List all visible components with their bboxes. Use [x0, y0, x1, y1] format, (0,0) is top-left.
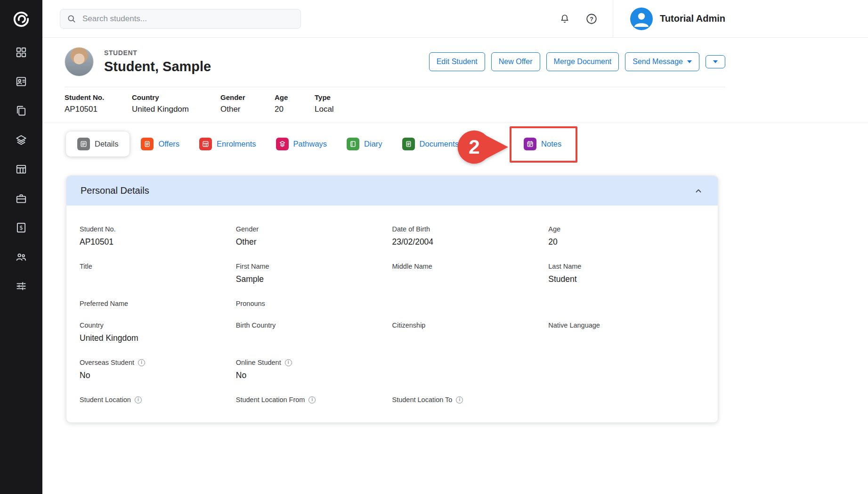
student-meta: Student No. AP10501 Country United Kingd… [65, 87, 725, 123]
student-header: STUDENT Student, Sample Edit Student New… [42, 38, 868, 123]
student-kicker: STUDENT [104, 49, 211, 57]
info-icon[interactable]: i [456, 396, 463, 403]
student-photo [65, 47, 94, 76]
people-icon [15, 251, 27, 263]
tab-diary[interactable]: Diary [347, 138, 382, 150]
field-first-name: First Name Sample [236, 263, 392, 286]
field-student-location: Student Location i [80, 396, 236, 403]
sidebar-item-timetable[interactable] [0, 155, 42, 184]
tab-notes[interactable]: Notes [524, 138, 561, 150]
send-message-button[interactable]: Send Message [625, 52, 699, 71]
field-preferred-name: Preferred Name [80, 300, 236, 307]
personal-details-card: Personal Details Student No. AP10501 [66, 175, 718, 423]
collapse-button[interactable] [693, 186, 704, 196]
table-icon [15, 163, 27, 175]
field-birth-country: Birth Country [236, 321, 392, 329]
account-avatar-icon [630, 8, 653, 30]
copy-documents-icon [15, 105, 27, 117]
field-row: Preferred Name Pronouns [80, 300, 705, 307]
new-offer-button[interactable]: New Offer [491, 52, 540, 71]
tab-documents[interactable]: Documents [402, 138, 459, 150]
field-row: Overseas Student i No Online Student i N… [80, 359, 705, 382]
notifications-button[interactable] [559, 13, 570, 25]
tab-pathways[interactable]: Pathways [276, 138, 327, 150]
sidebar-item-students[interactable] [0, 67, 42, 96]
student-name: Student, Sample [104, 59, 211, 74]
svg-text:?: ? [590, 16, 593, 22]
sidebar-item-invoices[interactable]: $ [0, 213, 42, 242]
student-title-block: STUDENT Student, Sample [104, 49, 211, 74]
field-last-name: Last Name Student [548, 263, 705, 286]
topbar-divider [613, 0, 613, 37]
app-logo[interactable] [0, 0, 42, 38]
meta-country: Country United Kingdom [132, 93, 220, 114]
meta-age: Age 20 [275, 93, 315, 114]
info-icon[interactable]: i [285, 359, 292, 366]
help-button[interactable]: ? [585, 13, 598, 25]
field-middle-name: Middle Name [392, 263, 549, 270]
sliders-icon [15, 280, 27, 292]
step-number: 2 [469, 135, 480, 158]
field-native-language: Native Language [548, 321, 705, 329]
field-student-location-to: Student Location To i [392, 396, 549, 403]
notes-icon [524, 138, 536, 150]
field-row: Title First Name Sample Middle Name [80, 263, 705, 286]
field-row: Student No. AP10501 Gender Other Date of… [80, 225, 705, 248]
field-title: Title [80, 263, 236, 270]
personal-details-header[interactable]: Personal Details [66, 176, 718, 206]
field-student-no: Student No. AP10501 [80, 225, 236, 248]
field-gender: Gender Other [236, 225, 392, 248]
chevron-down-icon [713, 60, 718, 63]
personal-details-body: Student No. AP10501 Gender Other Date of… [66, 206, 718, 422]
account-name: Tutorial Admin [660, 13, 725, 24]
topbar-right: ? Tutorial Admin [544, 0, 725, 37]
field-citizenship: Citizenship [392, 321, 549, 329]
meta-student-no: Student No. AP10501 [65, 93, 132, 114]
chevron-down-icon [687, 60, 692, 63]
briefcase-icon [15, 192, 27, 205]
search-input[interactable] [81, 14, 294, 24]
search-icon [67, 14, 76, 24]
offers-icon [141, 138, 154, 150]
edit-student-button[interactable]: Edit Student [429, 52, 485, 71]
info-icon[interactable]: i [138, 359, 145, 366]
field-age: Age 20 [548, 225, 705, 248]
sidebar-item-contacts[interactable] [0, 242, 42, 272]
student-actions: Edit Student New Offer Merge Document Se… [429, 52, 725, 71]
sidebar-item-courses[interactable] [0, 125, 42, 155]
panel-title: Personal Details [81, 185, 149, 196]
merge-document-button[interactable]: Merge Document [546, 52, 619, 71]
sidebar-item-settings[interactable] [0, 272, 42, 301]
enrolments-icon [199, 138, 212, 150]
topbar: ? Tutorial Admin [42, 0, 868, 38]
field-student-location-from: Student Location From i [236, 396, 392, 403]
tab-details[interactable]: Details [66, 132, 130, 156]
field-country: Country United Kingdom [80, 321, 236, 345]
tab-enrolments[interactable]: Enrolments [199, 138, 256, 150]
documents-icon [402, 138, 415, 150]
more-actions-button[interactable] [706, 55, 725, 68]
main-area: ? Tutorial Admin [42, 0, 868, 494]
sidebar-item-dashboard[interactable] [0, 38, 42, 67]
details-icon [77, 138, 90, 150]
content-area: Personal Details Student No. AP10501 [42, 163, 868, 494]
student-card-icon [15, 75, 27, 88]
tab-offers[interactable]: Offers [141, 138, 179, 150]
meta-type: Type Local [315, 93, 334, 114]
logo-icon [12, 10, 30, 28]
info-icon[interactable]: i [135, 396, 142, 403]
account-menu[interactable]: Tutorial Admin [630, 8, 725, 30]
sidebar-item-offers[interactable] [0, 96, 42, 125]
notes-tab-highlight: 2 Notes [524, 138, 561, 150]
field-overseas-student: Overseas Student i No [80, 359, 236, 382]
info-icon[interactable]: i [308, 396, 316, 403]
pathways-icon [276, 138, 289, 150]
svg-text:$: $ [19, 224, 23, 231]
field-online-student: Online Student i No [236, 359, 392, 382]
bell-icon [559, 13, 570, 25]
invoice-dollar-icon: $ [15, 222, 27, 234]
sidebar-item-agents[interactable] [0, 184, 42, 213]
sidebar: $ [0, 0, 42, 494]
dashboard-icon [15, 46, 27, 58]
diary-icon [347, 138, 359, 150]
